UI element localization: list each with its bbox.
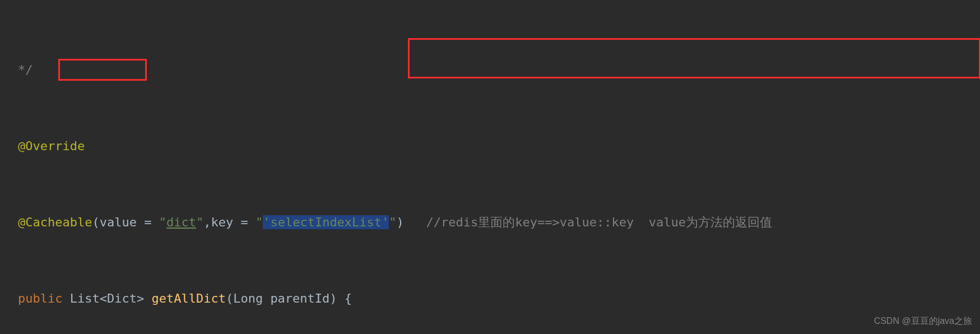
- comment-redis: //redis里面的key==>value::key value为方法的返回值: [426, 215, 772, 229]
- code-line: */: [0, 61, 980, 80]
- sp: [263, 291, 270, 305]
- code-line: @Cacheable(value = "dict",key = "'select…: [0, 213, 980, 232]
- eq: =: [137, 215, 159, 229]
- sp: [144, 291, 151, 305]
- string-dict: dict: [166, 215, 196, 229]
- paren: ): [397, 215, 404, 229]
- selected-string: 'selectIndexList': [263, 215, 389, 229]
- comma: ,: [203, 215, 211, 229]
- watermark-text: CSDN @豆豆的java之旅: [874, 312, 972, 331]
- param-name: parentId: [270, 291, 329, 305]
- eq: =: [233, 215, 256, 229]
- paren: (: [92, 215, 99, 229]
- paren: ): [329, 291, 337, 305]
- param-key: key: [211, 215, 233, 229]
- sp: [337, 291, 345, 305]
- code-editor[interactable]: */ @Override @Cacheable(value = "dict",k…: [0, 0, 980, 334]
- method-name: getAllDict: [151, 291, 225, 305]
- param-type: Long: [233, 291, 263, 305]
- quote: ": [159, 215, 166, 229]
- quote: ": [256, 215, 263, 229]
- comment-close: */: [18, 63, 33, 77]
- brace: {: [345, 291, 352, 305]
- quote: ": [196, 215, 203, 229]
- code-line: @Override: [0, 137, 980, 156]
- param-key: value: [100, 215, 137, 229]
- gap: [404, 215, 426, 229]
- annotation-override: @Override: [18, 139, 85, 153]
- kw-public: public: [18, 291, 62, 305]
- code-line: public List<Dict> getAllDict(Long parent…: [0, 289, 980, 308]
- sp: [62, 291, 69, 305]
- annotation-cacheable: @Cacheable: [18, 215, 92, 229]
- quote: ": [389, 215, 396, 229]
- return-type: List<Dict>: [70, 291, 144, 305]
- paren: (: [226, 291, 233, 305]
